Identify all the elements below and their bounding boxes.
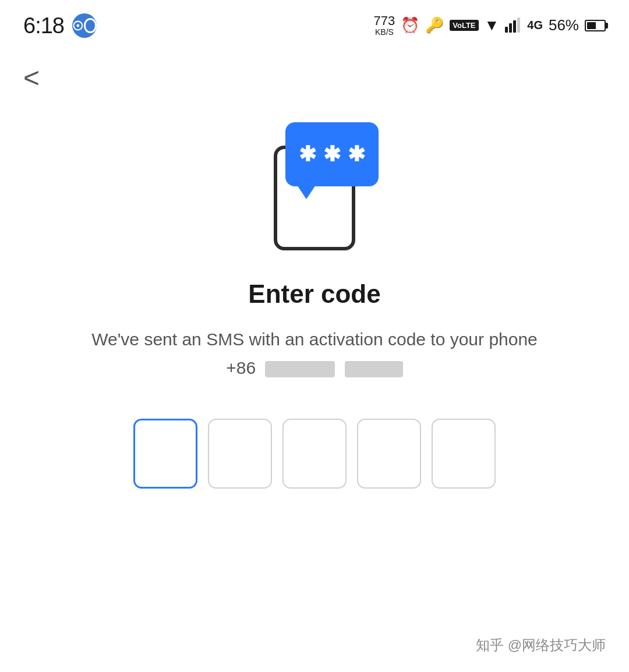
asterisk-3: ✱: [348, 144, 365, 165]
battery-percent: 56%: [549, 16, 579, 34]
svg-rect-3: [509, 23, 512, 33]
asterisk-1: ✱: [299, 144, 316, 165]
svg-rect-4: [513, 20, 516, 33]
status-left: 6:18: [23, 13, 97, 38]
volte-badge: VoLTE: [450, 20, 478, 31]
main-content: ✱ ✱ ✱ Enter code We've sent an SMS with …: [0, 47, 629, 489]
speech-bubble: ✱ ✱ ✱: [285, 122, 379, 186]
key-icon: 🔑: [425, 16, 444, 34]
status-right: 773 KB/S ⏰ 🔑 VoLTE ▼ 4G 56%: [374, 14, 606, 37]
back-button[interactable]: <: [23, 64, 40, 92]
watermark: 知乎 @网络技巧大师: [476, 636, 606, 655]
sms-illustration: ✱ ✱ ✱: [239, 122, 390, 250]
code-box-1[interactable]: [133, 419, 197, 489]
notification-icon: [72, 13, 97, 38]
phone-prefix: +86: [226, 358, 256, 377]
4g-badge: 4G: [527, 19, 543, 32]
description-text: We've sent an SMS with an activation cod…: [56, 326, 573, 352]
alarm-icon: ⏰: [401, 16, 419, 34]
svg-rect-2: [505, 27, 508, 33]
battery-icon: [585, 20, 606, 31]
code-box-5[interactable]: [432, 419, 496, 489]
code-box-2[interactable]: [208, 419, 272, 489]
phone-number-blurred-1: [265, 361, 335, 377]
wifi-icon: ▼: [485, 16, 500, 34]
svg-rect-5: [517, 17, 520, 33]
svg-point-1: [76, 24, 79, 27]
signal-icon: [505, 17, 521, 34]
network-speed: 773 KB/S: [374, 14, 395, 37]
page-title: Enter code: [248, 280, 380, 309]
code-box-3[interactable]: [282, 419, 347, 489]
asterisk-2: ✱: [323, 144, 341, 165]
time-display: 6:18: [23, 13, 64, 38]
status-bar: 6:18 773 KB/S ⏰ 🔑 VoLTE ▼ 4G 56%: [0, 0, 629, 47]
phone-number-blurred-2: [345, 361, 403, 377]
code-box-4[interactable]: [357, 419, 421, 489]
phone-number-line: +86: [226, 358, 403, 378]
code-input-area: [133, 419, 496, 489]
